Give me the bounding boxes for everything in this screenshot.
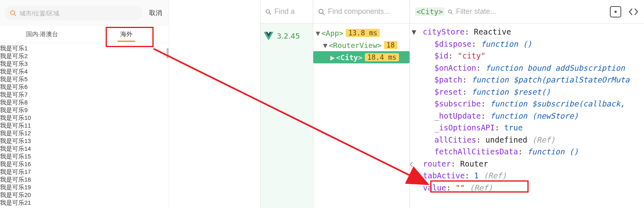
tabs: 国内·港澳台 海外 bbox=[0, 26, 169, 43]
list-item[interactable]: 我是可乐8 bbox=[0, 99, 169, 106]
list-item[interactable]: 我是可乐17 bbox=[0, 168, 169, 176]
tree-node-app[interactable]: ▼ <App> 13.8 ms bbox=[313, 27, 410, 39]
svg-line-5 bbox=[323, 13, 324, 14]
list-item[interactable]: 我是可乐11 bbox=[0, 122, 169, 130]
state-row[interactable]: _isOptionsAPI: true bbox=[412, 122, 644, 134]
search-icon bbox=[318, 8, 325, 15]
state-tree: ▼ cityStore: Reactive $dispose: function… bbox=[410, 24, 644, 208]
list-item[interactable]: 我是可乐1 bbox=[0, 45, 169, 52]
code-icon[interactable] bbox=[628, 6, 639, 17]
splitter-handle[interactable] bbox=[410, 158, 414, 171]
list-item[interactable]: 我是可乐19 bbox=[0, 184, 169, 191]
chevron-down-icon[interactable]: ▼ bbox=[323, 41, 329, 50]
chevron-right-icon[interactable]: ▶ bbox=[330, 53, 336, 62]
state-row[interactable]: $id: "city" bbox=[412, 50, 644, 62]
list-item[interactable]: 我是可乐6 bbox=[0, 83, 169, 91]
find-components-header bbox=[313, 0, 410, 24]
list-item[interactable]: 我是可乐12 bbox=[0, 130, 169, 137]
search-icon bbox=[10, 10, 16, 16]
tree-node-routerview[interactable]: ▼ <RouterView> 18 bbox=[313, 39, 410, 51]
state-row[interactable]: $subscribe: function $subscribe(callback… bbox=[412, 98, 644, 110]
search-icon bbox=[448, 8, 453, 15]
devtools-panel: 3.2.45 ▼ <App> 13.8 ms ▼ <RouterView> 18 bbox=[260, 0, 644, 208]
perf-badge: 18 bbox=[384, 41, 397, 49]
tab-domestic[interactable]: 国内·港澳台 bbox=[0, 26, 85, 43]
list-item[interactable]: 我是可乐3 bbox=[0, 60, 169, 68]
svg-line-1 bbox=[14, 14, 16, 16]
list-item[interactable]: 我是可乐13 bbox=[0, 137, 169, 145]
apps-column: 3.2.45 bbox=[260, 0, 313, 208]
cancel-button[interactable]: 取消 bbox=[147, 9, 165, 17]
list-item[interactable]: 我是可乐15 bbox=[0, 153, 169, 160]
tree-node-city[interactable]: ▶ <City> 18.4 ms bbox=[313, 51, 410, 63]
state-row-root[interactable]: ▼ cityStore: Reactive bbox=[412, 26, 644, 38]
list-item[interactable]: 我是可乐7 bbox=[0, 91, 169, 99]
list-item[interactable]: 我是可乐21 bbox=[0, 199, 169, 207]
find-apps-input[interactable] bbox=[274, 7, 308, 16]
search-input[interactable] bbox=[20, 10, 137, 17]
tab-overseas[interactable]: 海外 bbox=[85, 26, 169, 43]
inspect-dom-icon[interactable] bbox=[610, 6, 621, 17]
list-item[interactable]: 我是可乐5 bbox=[0, 76, 169, 83]
list-item[interactable]: 我是可乐2 bbox=[0, 52, 169, 60]
state-row[interactable]: allCities: undefined (Ref) bbox=[412, 134, 644, 146]
search-box[interactable] bbox=[4, 6, 143, 20]
list-item[interactable]: 我是可乐20 bbox=[0, 191, 169, 199]
city-list: 我是可乐1 我是可乐2 我是可乐3 我是可乐4 我是可乐5 我是可乐6 我是可乐… bbox=[0, 43, 169, 207]
chevron-down-icon[interactable]: ▼ bbox=[412, 26, 418, 38]
state-row[interactable]: $patch: function $patch(partialStateOrMu… bbox=[412, 74, 644, 86]
app-header: 取消 bbox=[0, 0, 169, 26]
find-components-input[interactable] bbox=[328, 7, 405, 16]
vue-version: 3.2.45 bbox=[277, 32, 300, 40]
header-actions bbox=[610, 6, 639, 17]
list-item[interactable]: 我是可乐9 bbox=[0, 106, 169, 114]
svg-line-3 bbox=[269, 13, 271, 14]
find-apps-header bbox=[260, 0, 313, 24]
search-icon bbox=[265, 8, 271, 15]
component-tree: ▼ <App> 13.8 ms ▼ <RouterView> 18 ▶ <Cit… bbox=[313, 24, 410, 208]
perf-badge: 13.8 ms bbox=[346, 29, 380, 37]
svg-line-7 bbox=[451, 13, 452, 14]
state-row[interactable]: $onAction: function bound addSubscriptio… bbox=[412, 62, 644, 74]
vue-logo-icon bbox=[264, 32, 273, 41]
state-row-tabactive[interactable]: tabActive: 1 (Ref) bbox=[412, 170, 644, 182]
list-item[interactable]: 我是可乐18 bbox=[0, 176, 169, 184]
state-column: <City> ▼ cityStore bbox=[410, 0, 644, 208]
state-header: <City> bbox=[410, 0, 644, 24]
scrollbar[interactable] bbox=[167, 48, 169, 58]
filter-state-input[interactable] bbox=[456, 7, 607, 16]
state-row[interactable]: $reset: function $reset() bbox=[412, 86, 644, 98]
mobile-app-panel: 取消 国内·港澳台 海外 我是可乐1 我是可乐2 我是可乐3 我是可乐4 我是可… bbox=[0, 0, 169, 208]
chevron-down-icon[interactable]: ▼ bbox=[316, 29, 321, 37]
svg-point-8 bbox=[614, 11, 617, 13]
apps-body: 3.2.45 bbox=[260, 24, 313, 208]
list-item[interactable]: 我是可乐14 bbox=[0, 145, 169, 153]
state-row[interactable]: _hotUpdate: function (newStore) bbox=[412, 110, 644, 122]
selected-component-chip: <City> bbox=[415, 7, 445, 16]
state-row-value[interactable]: value: "" (Ref) bbox=[412, 182, 644, 194]
components-column: ▼ <App> 13.8 ms ▼ <RouterView> 18 ▶ <Cit… bbox=[313, 0, 410, 208]
list-item[interactable]: 我是可乐4 bbox=[0, 68, 169, 76]
list-item[interactable]: 我是可乐16 bbox=[0, 160, 169, 168]
state-row-router[interactable]: router: Router bbox=[412, 158, 644, 170]
perf-badge: 18.4 ms bbox=[365, 53, 399, 61]
state-row[interactable]: fetchAllCitiesData: function () bbox=[412, 146, 644, 158]
state-row[interactable]: $dispose: function () bbox=[412, 38, 644, 50]
list-item[interactable]: 我是可乐10 bbox=[0, 114, 169, 122]
